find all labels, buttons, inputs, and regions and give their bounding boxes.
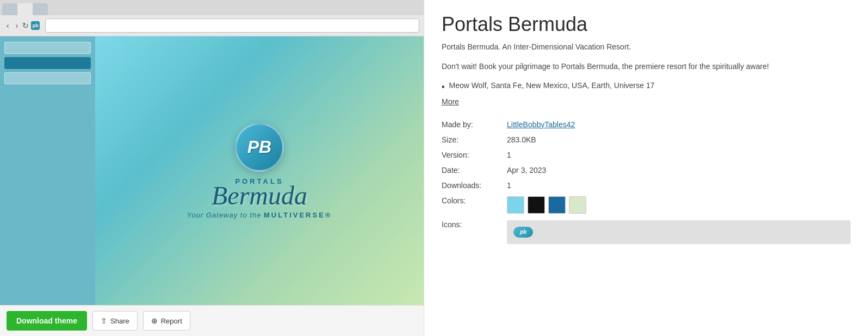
icon-thumb-1: pb	[513, 227, 533, 238]
action-bar: Download theme ⇧ Share ⊕ Report	[0, 305, 424, 336]
version-value: 1	[507, 147, 851, 163]
nav-controls: ‹ › ↻ pb	[4, 20, 40, 31]
browser-tab-2[interactable]	[17, 3, 33, 15]
date-row: Date: Apr 3, 2023	[442, 163, 851, 178]
date-value: Apr 3, 2023	[507, 163, 851, 178]
theme-title: Portals Bermuda	[442, 13, 851, 36]
version-row: Version: 1	[442, 147, 851, 163]
icons-row: Icons: pb	[442, 217, 851, 247]
right-panel: Portals Bermuda Portals Bermuda. An Inte…	[424, 0, 868, 336]
downloads-value: 1	[507, 178, 851, 193]
theme-promo: Don't wait! Book your pilgrimage to Port…	[442, 60, 851, 72]
colors-row: Colors:	[442, 193, 851, 217]
share-button[interactable]: ⇧ Share	[92, 311, 138, 331]
made-by-value[interactable]: LittleBobbyTables42	[507, 120, 575, 129]
downloads-label: Downloads:	[442, 178, 507, 193]
sidebar-item-2[interactable]	[4, 57, 91, 69]
sidebar-item-3[interactable]	[4, 72, 91, 84]
size-value: 283.0KB	[507, 132, 851, 147]
logo-circle: PB	[235, 123, 284, 172]
left-panel: ‹ › ↻ pb PB PORTALS Bermuda Y	[0, 0, 424, 336]
size-label: Size:	[442, 132, 507, 147]
report-icon: ⊕	[151, 316, 158, 325]
tagline: Your Gateway to the MULTIVERSE®	[187, 211, 332, 219]
made-by-label: Made by:	[442, 117, 507, 132]
color-swatch-4	[569, 196, 586, 214]
icons-preview: pb	[507, 220, 851, 244]
color-swatch-3	[548, 196, 566, 214]
bullet-dot: •	[442, 81, 445, 93]
colors-swatches	[507, 196, 851, 214]
back-button[interactable]: ‹	[4, 20, 11, 31]
browser-body: PB PORTALS Bermuda Your Gateway to the M…	[0, 36, 424, 305]
browser-chrome: ‹ › ↻ pb	[0, 15, 424, 36]
size-row: Size: 283.0KB	[442, 132, 851, 147]
colors-label: Colors:	[442, 193, 507, 217]
forward-button[interactable]: ›	[14, 20, 21, 31]
brand-bermuda: Bermuda	[212, 183, 307, 209]
tab-strip	[0, 0, 424, 15]
meta-table: Made by: LittleBobbyTables42 Size: 283.0…	[442, 117, 851, 247]
theme-preview: PB PORTALS Bermuda Your Gateway to the M…	[95, 36, 424, 305]
icons-label: Icons:	[442, 217, 507, 247]
color-swatch-1	[507, 196, 524, 214]
report-button[interactable]: ⊕ Report	[143, 311, 190, 331]
version-label: Version:	[442, 147, 507, 163]
download-button[interactable]: Download theme	[7, 311, 87, 331]
browser-sidebar	[0, 36, 95, 305]
sidebar-item-1[interactable]	[4, 42, 91, 54]
color-swatch-2	[528, 196, 545, 214]
address-bar[interactable]	[45, 18, 419, 33]
logo-letters: PB	[247, 137, 271, 157]
date-label: Date:	[442, 163, 507, 178]
share-icon: ⇧	[101, 316, 107, 325]
browser-tab-1[interactable]	[2, 3, 17, 15]
made-by-row: Made by: LittleBobbyTables42	[442, 117, 851, 132]
bullet-text: Meow Wolf, Santa Fe, New Mexico, USA, Ea…	[449, 81, 655, 90]
downloads-row: Downloads: 1	[442, 178, 851, 193]
report-label: Report	[161, 317, 182, 325]
reload-button[interactable]: ↻	[22, 21, 29, 30]
browser-tab-3[interactable]	[33, 3, 48, 15]
more-link[interactable]: More	[442, 97, 459, 106]
theme-description: Portals Bermuda. An Inter-Dimensional Va…	[442, 41, 851, 53]
theme-logo: PB PORTALS Bermuda Your Gateway to the M…	[187, 123, 332, 219]
theme-bullet: • Meow Wolf, Santa Fe, New Mexico, USA, …	[442, 81, 851, 93]
share-label: Share	[110, 317, 129, 325]
favicon-icon: pb	[31, 21, 40, 30]
